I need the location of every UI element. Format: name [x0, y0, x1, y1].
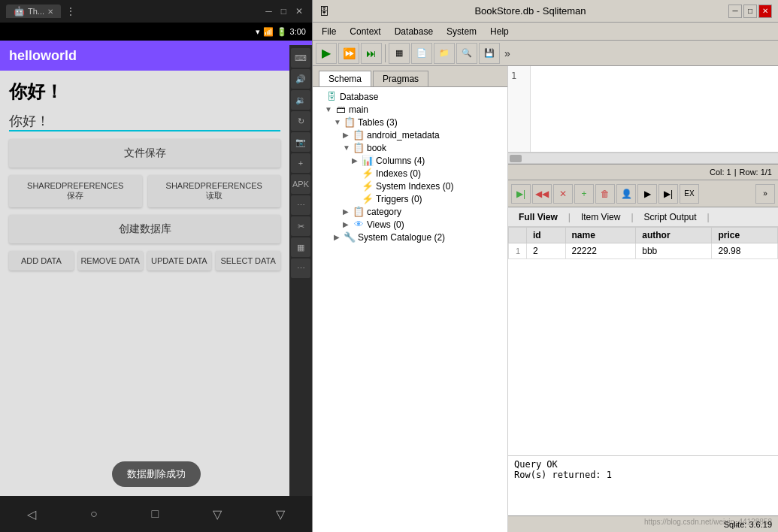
film-icon[interactable]: ▦	[291, 237, 310, 257]
android-tab[interactable]: 🤖 Th... ✕	[6, 5, 61, 18]
sqliteman-maximize-btn[interactable]: □	[743, 5, 757, 18]
results-toolbar: ▶| ◀◀ ✕ + 🗑 👤 ▶ ▶| EX »	[508, 180, 778, 207]
menu-context[interactable]: Context	[344, 25, 386, 38]
run-step-btn[interactable]: ⏩	[338, 43, 359, 64]
line-numbers: 1	[508, 66, 531, 152]
more-icon[interactable]: ⋯	[291, 195, 310, 215]
results-view-tabs: Full View | Item View | Script Output |	[508, 207, 778, 227]
volume-down-icon[interactable]: 🔉	[291, 90, 310, 110]
tree-views[interactable]: ▶ 👁 Views (0)	[316, 218, 504, 231]
item-view-tab[interactable]: Item View	[577, 210, 625, 224]
sql-editor: 1	[508, 66, 778, 153]
sqliteman-title: BookStore.db - Sqliteman	[332, 5, 728, 17]
first-row-btn[interactable]: ▶|	[511, 184, 531, 204]
back-button[interactable]: ◁	[27, 507, 36, 521]
system-indexes-label: System Indexes (0)	[376, 181, 453, 192]
rotate-icon[interactable]: ↻	[291, 111, 310, 131]
full-view-tab[interactable]: Full View	[514, 210, 562, 224]
file-save-button[interactable]: 文件保存	[9, 139, 280, 168]
tree-columns[interactable]: ▶ 📊 Columns (4)	[316, 154, 504, 167]
maximize-btn[interactable]: □	[278, 5, 289, 18]
system-catalogue-icon: 🔧	[343, 231, 356, 243]
last-row-btn[interactable]: ▶|	[658, 184, 678, 204]
cut-icon[interactable]: ✂	[291, 216, 310, 236]
row-num-cell: 1	[509, 243, 527, 259]
indexes-label: Indexes (0)	[376, 168, 421, 179]
text-input[interactable]	[9, 111, 280, 131]
recent-button[interactable]: □	[151, 507, 159, 521]
menu-database[interactable]: Database	[389, 25, 439, 38]
tree-category[interactable]: ▶ 📋 category	[316, 205, 504, 218]
create-db-button[interactable]: 创建数据库	[9, 215, 280, 243]
close-btn[interactable]: ✕	[292, 5, 306, 18]
minimize-btn[interactable]: ─	[262, 5, 275, 18]
more-tabs-icon[interactable]: ⋮	[65, 5, 76, 17]
prev-row-btn[interactable]: ◀◀	[532, 184, 552, 204]
sqliteman-minimize-btn[interactable]: ─	[728, 5, 742, 18]
table-btn[interactable]: ▦	[389, 43, 410, 64]
android-topbar: helloworld ⚙	[0, 41, 312, 71]
update-data-button[interactable]: UPDATE DATA	[147, 251, 212, 271]
tree-system-indexes[interactable]: ⚡ System Indexes (0)	[316, 180, 504, 192]
delete-btn2[interactable]: 🗑	[595, 184, 615, 204]
screenshot-icon[interactable]: 📷	[291, 132, 310, 152]
zoom-in-icon[interactable]: +	[291, 153, 310, 173]
tree-main[interactable]: ▼ 🗃 main	[316, 103, 504, 116]
tree-triggers[interactable]: ⚡ Triggers (0)	[316, 192, 504, 205]
sqliteman-panel: 🗄 BookStore.db - Sqliteman ─ □ ✕ File Co…	[312, 0, 778, 532]
run-query-btn[interactable]: ▶	[316, 43, 337, 64]
menu-system[interactable]: System	[440, 25, 483, 38]
script-output-tab[interactable]: Script Output	[640, 210, 701, 224]
volume-up-icon[interactable]: 🔊	[291, 69, 310, 89]
tables-icon: 📋	[343, 116, 356, 128]
android-emulator-panel: 🤖 Th... ✕ ⋮ ─ □ ✕ ▾ 📶 🔋 3:00 helloworld …	[0, 0, 312, 532]
sql-hscroll[interactable]	[508, 153, 778, 163]
stop-btn[interactable]: ⏭	[361, 43, 382, 64]
time-display: 3:00	[290, 27, 306, 36]
pragmas-tab[interactable]: Pragmas	[373, 71, 428, 86]
tree-indexes[interactable]: ⚡ Indexes (0)	[316, 167, 504, 180]
select-data-button[interactable]: SELECT DATA	[216, 251, 280, 271]
new-btn[interactable]: 📄	[411, 43, 432, 64]
apk-icon[interactable]: APK	[291, 174, 310, 194]
ellipsis-icon[interactable]: ⋯	[291, 258, 310, 278]
next-row-btn[interactable]: ▶	[637, 184, 657, 204]
tree-tables[interactable]: ▼ 📋 Tables (3)	[316, 116, 504, 128]
down2-button[interactable]: ▽	[276, 507, 285, 521]
home-button[interactable]: ○	[90, 507, 98, 521]
menu-file[interactable]: File	[316, 25, 342, 38]
database-label: Database	[340, 92, 378, 102]
menu-help[interactable]: Help	[484, 25, 515, 38]
tree-book[interactable]: ▼ 📋 book	[316, 141, 504, 154]
open-btn[interactable]: 📁	[434, 43, 455, 64]
database-icon: 🗄	[325, 91, 338, 102]
add-row-btn[interactable]: +	[574, 184, 594, 204]
sqliteman-body: Schema Pragmas 🗄 Database ▼ 🗃 main	[313, 66, 778, 532]
close-tab-icon[interactable]: ✕	[47, 8, 53, 16]
tree-system-catalogue[interactable]: ▶ 🔧 System Catalogue (2)	[316, 231, 504, 243]
more-results-btn[interactable]: »	[755, 184, 775, 204]
tree-database-root[interactable]: 🗄 Database	[316, 90, 504, 103]
export2-btn[interactable]: EX	[680, 184, 699, 204]
down-button[interactable]: ▽	[213, 507, 222, 521]
schema-tab[interactable]: Schema	[319, 71, 371, 86]
sharedpref-save-button[interactable]: SHAREDPREFERENCES 保存	[9, 175, 142, 207]
greeting-text: 你好！	[9, 80, 280, 104]
keyboard-icon[interactable]: ⌨	[291, 48, 310, 68]
expand-views-icon: ▶	[343, 220, 352, 228]
sqliteman-close-btn[interactable]: ✕	[758, 5, 772, 18]
sharedpref-read-button[interactable]: SHAREDPREFERENCES 读取	[148, 175, 281, 207]
sql-panel: 1 Col: 1 | Row: 1/1 ▶| ◀◀	[508, 66, 778, 532]
remove-data-button[interactable]: REMOVE DATA	[78, 251, 143, 271]
sql-results: ▶| ◀◀ ✕ + 🗑 👤 ▶ ▶| EX » Full View | Ite	[508, 180, 778, 515]
sql-textarea[interactable]	[531, 66, 778, 152]
tree-android-metadata[interactable]: ▶ 📋 android_metadata	[316, 128, 504, 141]
schema-btn[interactable]: 🔍	[456, 43, 477, 64]
sqliteman-toolbar: ▶ ⏩ ⏭ ▦ 📄 📁 🔍 💾 »	[313, 41, 778, 66]
toolbar-more-btn[interactable]: »	[501, 46, 513, 61]
add-data-button[interactable]: ADD DATA	[9, 251, 74, 271]
delete-row-btn[interactable]: ✕	[553, 184, 573, 204]
export-btn[interactable]: 💾	[479, 43, 500, 64]
portrait-btn[interactable]: 👤	[616, 184, 636, 204]
row-status: Row: 1/1	[740, 168, 772, 177]
